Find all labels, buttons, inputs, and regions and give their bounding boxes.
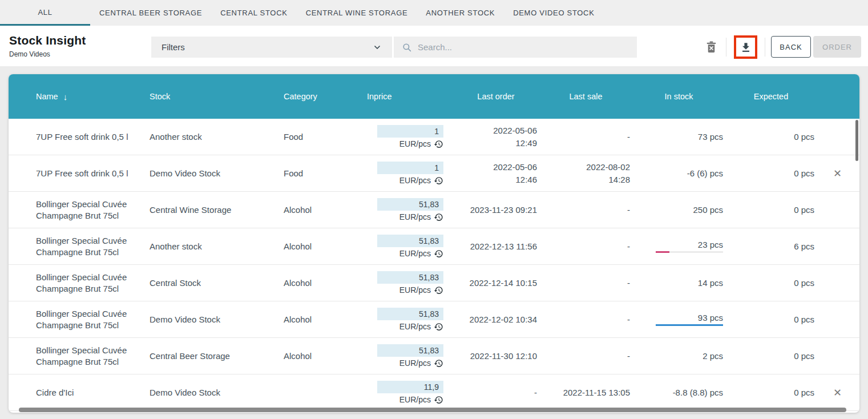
- price-unit-row: EUR/pcs: [399, 249, 443, 259]
- clear-trash-button[interactable]: [704, 39, 718, 54]
- cell-inprice: 51,83 EUR/pcs: [367, 235, 453, 259]
- cell-name: 7UP Free soft drink 0,5 l: [36, 131, 150, 143]
- history-icon[interactable]: [434, 212, 443, 222]
- cell-in-stock: 73 pcs: [632, 132, 725, 142]
- col-header-last-sale[interactable]: Last sale: [539, 92, 632, 101]
- tab-all[interactable]: ALL: [0, 0, 90, 26]
- history-icon[interactable]: [434, 395, 443, 405]
- cell-actions: ✕: [817, 313, 858, 326]
- table-row[interactable]: 7UP Free soft drink 0,5 l Another stock …: [9, 119, 859, 155]
- cell-name: Bollinger Special Cuvée Champagne Brut 7…: [36, 272, 150, 295]
- tab-label: ALL: [38, 8, 52, 17]
- cell-name: Cidre d'Ici: [36, 387, 150, 398]
- cell-category: Alcohol: [284, 205, 367, 215]
- tab-demo-video-stock[interactable]: DEMO VIDEO STOCK: [504, 0, 603, 26]
- cell-in-stock: -6 (6) pcs: [632, 168, 725, 178]
- price-unit-row: EUR/pcs: [399, 176, 443, 186]
- order-button[interactable]: ORDER: [813, 36, 861, 58]
- cell-category: Alcohol: [284, 315, 367, 324]
- cell-inprice: 11,9 EUR/pcs: [367, 381, 453, 405]
- table-header: Name ↓ Stock Category Inprice Last order…: [9, 74, 859, 119]
- filters-dropdown[interactable]: Filters: [151, 37, 392, 58]
- col-header-expected[interactable]: Expected: [725, 92, 817, 101]
- table-row[interactable]: 7UP Free soft drink 0,5 l Demo Video Sto…: [9, 155, 859, 192]
- tab-central-wine-storage[interactable]: CENTRAL WINE STORAGE: [297, 0, 417, 26]
- cell-inprice: 1 EUR/pcs: [367, 162, 453, 186]
- download-icon: [740, 41, 752, 54]
- history-icon[interactable]: [434, 285, 443, 295]
- cell-last-order: 2022-12-14 10:15: [453, 277, 539, 289]
- cell-stock: Another stock: [150, 241, 284, 251]
- cell-actions: ✕: [817, 131, 858, 143]
- table-row[interactable]: Cidre d'Ici Demo Video Stock 11,9 EUR/pc…: [9, 374, 859, 411]
- download-button[interactable]: [740, 41, 752, 54]
- tab-label: CENTRAL BEER STORAGE: [99, 9, 202, 17]
- tab-central-stock[interactable]: CENTRAL STOCK: [211, 0, 296, 26]
- history-icon[interactable]: [434, 176, 443, 186]
- table-row[interactable]: Bollinger Special Cuvée Champagne Brut 7…: [9, 265, 859, 301]
- col-header-category[interactable]: Category: [284, 92, 367, 101]
- table-row[interactable]: Bollinger Special Cuvée Champagne Brut 7…: [9, 301, 859, 338]
- tab-bar: ALL CENTRAL BEER STORAGE CENTRAL STOCK C…: [0, 0, 868, 26]
- cell-last-sale: -: [539, 131, 632, 143]
- col-header-in-stock[interactable]: In stock: [632, 92, 725, 101]
- col-header-last-order[interactable]: Last order: [453, 92, 539, 101]
- col-header-name[interactable]: Name ↓: [36, 92, 150, 102]
- cell-expected: 0 pcs: [725, 205, 817, 215]
- col-header-stock[interactable]: Stock: [150, 92, 284, 101]
- app-root: ALL CENTRAL BEER STORAGE CENTRAL STOCK C…: [0, 0, 868, 419]
- price-box: 51,83: [377, 308, 443, 320]
- in-stock-value: 93 pcs: [698, 313, 723, 323]
- in-stock-value: 14 pcs: [698, 278, 723, 288]
- col-label: Stock: [150, 92, 170, 101]
- history-icon[interactable]: [434, 358, 443, 368]
- tab-label: CENTRAL STOCK: [220, 9, 287, 17]
- cell-last-sale: -: [539, 350, 632, 362]
- price-unit-row: EUR/pcs: [399, 322, 443, 332]
- tab-label: CENTRAL WINE STORAGE: [306, 9, 408, 17]
- col-label: Last order: [477, 92, 514, 101]
- col-header-inprice[interactable]: Inprice: [367, 92, 453, 101]
- row-close-icon[interactable]: ✕: [833, 387, 842, 398]
- search-input[interactable]: [418, 42, 629, 52]
- cell-expected: 0 pcs: [725, 168, 817, 178]
- vertical-scrollbar-thumb[interactable]: [855, 120, 858, 161]
- cell-expected: 6 pcs: [725, 241, 817, 251]
- cell-in-stock: 23 pcs: [632, 240, 725, 253]
- cell-expected: 0 pcs: [725, 315, 817, 324]
- tab-another-stock[interactable]: ANOTHER STOCK: [417, 0, 504, 26]
- table-row[interactable]: Bollinger Special Cuvée Champagne Brut 7…: [9, 338, 859, 374]
- sort-desc-icon[interactable]: ↓: [63, 92, 68, 102]
- history-icon[interactable]: [434, 139, 443, 149]
- cell-last-sale: 2022-08-02 14:28: [539, 161, 632, 186]
- tab-central-beer-storage[interactable]: CENTRAL BEER STORAGE: [90, 0, 211, 26]
- cell-inprice: 1 EUR/pcs: [367, 125, 453, 149]
- cell-last-sale: -: [539, 204, 632, 216]
- cell-in-stock: 93 pcs: [632, 313, 725, 326]
- cell-expected: 0 pcs: [725, 132, 817, 142]
- toolbar-divider: [726, 38, 726, 57]
- row-close-icon[interactable]: ✕: [833, 168, 842, 179]
- table-row[interactable]: Bollinger Special Cuvée Champagne Brut 7…: [9, 192, 859, 228]
- tab-label: DEMO VIDEO STOCK: [513, 9, 594, 17]
- price-unit-row: EUR/pcs: [399, 285, 443, 295]
- horizontal-scrollbar-thumb[interactable]: [19, 408, 846, 412]
- back-button[interactable]: BACK: [771, 36, 811, 58]
- history-icon[interactable]: [434, 249, 443, 259]
- cell-stock: Central Stock: [150, 278, 284, 288]
- page-subtitle: Demo Videos: [9, 50, 50, 58]
- price-box: 51,83: [377, 198, 443, 211]
- cell-stock: Demo Video Stock: [150, 315, 284, 324]
- cell-category: Alcohol: [284, 278, 367, 288]
- stock-level-bar: [656, 324, 723, 326]
- history-icon[interactable]: [434, 322, 443, 332]
- cell-stock: Demo Video Stock: [150, 168, 284, 178]
- cell-expected: 0 pcs: [725, 388, 817, 397]
- cell-stock: Central Beer Storage: [150, 351, 284, 361]
- table-row[interactable]: Bollinger Special Cuvée Champagne Brut 7…: [9, 228, 859, 265]
- cell-inprice: 51,83 EUR/pcs: [367, 271, 453, 295]
- table-body: 7UP Free soft drink 0,5 l Another stock …: [9, 119, 859, 411]
- cell-actions: ✕: [817, 204, 858, 216]
- cell-actions: ✕: [817, 350, 858, 362]
- download-highlight-box: [734, 35, 757, 59]
